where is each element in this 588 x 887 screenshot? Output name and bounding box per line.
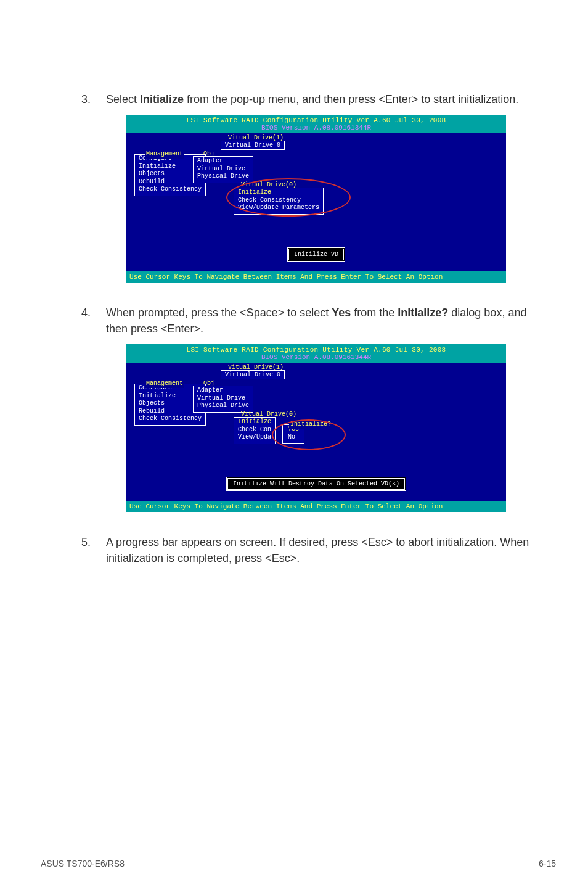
init-menu: Initialze Check Consistency View/Update … bbox=[234, 188, 324, 215]
step-text: When prompted, press the <Space> to sele… bbox=[106, 305, 551, 337]
bios-version: BIOS Version A.08.09161344R bbox=[126, 353, 506, 361]
menu-item: Adapter bbox=[197, 387, 249, 395]
vd0-box: Virtual Drive 0 bbox=[221, 370, 285, 379]
menu-item: Initialze bbox=[238, 189, 319, 197]
text: from the bbox=[351, 307, 398, 319]
step-number: 5. bbox=[81, 534, 106, 566]
bios-header: LSI Software RAID Configuration Utility … bbox=[126, 115, 506, 133]
text: When prompted, press the <Space> to sele… bbox=[106, 307, 332, 319]
step-3: 3. Select Initialize from the pop-up men… bbox=[81, 91, 551, 107]
bios-body: Vitual Drive(1) Virtual Drive 0 Obj Mana… bbox=[126, 133, 506, 283]
initialize-dialog: Initialize? Yes No bbox=[282, 424, 304, 444]
menu-item: Check Consistency bbox=[135, 186, 205, 194]
dialog-option-no: No bbox=[288, 434, 299, 442]
step-number: 3. bbox=[81, 91, 106, 107]
bios-body: Vitual Drive(1) Virtual Drive 0 Obj Mana… bbox=[126, 363, 506, 512]
adapter-menu: Adapter Virtual Drive Physical Drive bbox=[193, 386, 253, 413]
bios-title: LSI Software RAID Configuration Utility … bbox=[126, 346, 506, 353]
text: from the pop-up menu, and then press <En… bbox=[184, 93, 518, 105]
mgmt-menu-label: Management bbox=[145, 151, 184, 159]
bios-screenshot-1: LSI Software RAID Configuration Utility … bbox=[126, 115, 506, 283]
menu-item: Check Consistency bbox=[238, 197, 319, 205]
bios-footer: Use Cursor Keys To Navigate Between Item… bbox=[126, 271, 506, 283]
bios-version: BIOS Version A.08.09161344R bbox=[126, 124, 506, 131]
step-4: 4. When prompted, press the <Space> to s… bbox=[81, 305, 551, 337]
menu-item: Virtual Drive bbox=[197, 165, 249, 173]
bold-text: Yes bbox=[332, 307, 351, 319]
mgmt-menu-label: Management bbox=[145, 380, 184, 388]
text: Select bbox=[106, 93, 140, 105]
step-text: Select Initialize from the pop-up menu, … bbox=[106, 91, 551, 107]
menu-item: View/Update Parameters bbox=[238, 204, 319, 212]
step-text: A progress bar appears on screen. If des… bbox=[106, 534, 551, 566]
step-5: 5. A progress bar appears on screen. If … bbox=[81, 534, 551, 566]
menu-item: Initialze bbox=[238, 418, 271, 426]
dialog-label: Initialize? bbox=[289, 421, 332, 429]
menu-item: Check Consistency bbox=[135, 415, 205, 423]
bios-footer: Use Cursor Keys To Navigate Between Item… bbox=[126, 501, 506, 512]
bios-header: LSI Software RAID Configuration Utility … bbox=[126, 344, 506, 363]
menu-item: Adapter bbox=[197, 157, 249, 165]
bold-text: Initialize? bbox=[398, 307, 448, 319]
menu-item: Check Con bbox=[238, 426, 271, 434]
step-number: 4. bbox=[81, 305, 106, 337]
menu-item: Physical Drive bbox=[197, 173, 249, 181]
bold-text: Initialize bbox=[140, 93, 184, 105]
menu-item: View/Upda bbox=[238, 434, 271, 442]
menu-item: Physical Drive bbox=[197, 402, 249, 410]
page-footer: ASUS TS700-E6/RS8 6-15 bbox=[0, 852, 588, 856]
status-bar: Initilize VD bbox=[287, 247, 345, 262]
vd0-box: Virtual Drive 0 bbox=[221, 141, 285, 150]
init-menu: Initialze Check Con View/Upda bbox=[234, 417, 276, 444]
adapter-menu: Adapter Virtual Drive Physical Drive bbox=[193, 156, 253, 183]
status-bar: Initilize Will Destroy Data On Selected … bbox=[226, 477, 406, 491]
bios-title: LSI Software RAID Configuration Utility … bbox=[126, 117, 506, 124]
menu-item: Virtual Drive bbox=[197, 395, 249, 403]
bios-screenshot-2: LSI Software RAID Configuration Utility … bbox=[126, 344, 506, 512]
